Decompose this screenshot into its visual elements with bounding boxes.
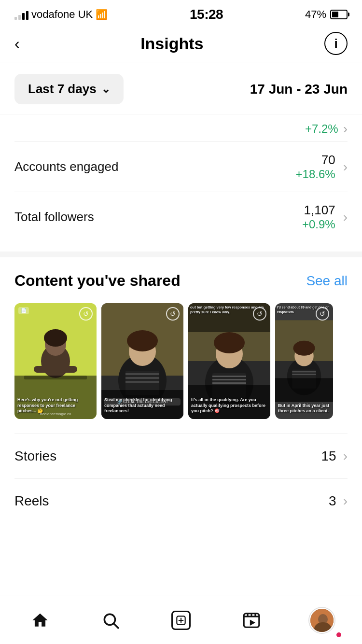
wifi-icon: 📶 [96, 9, 108, 20]
reels-row: Reels 3 › [14, 478, 348, 523]
period-label: Last 7 days [28, 82, 97, 97]
total-followers-chevron[interactable]: › [343, 210, 348, 225]
top-stat-chevron[interactable]: › [343, 121, 348, 137]
thumbnail-4[interactable]: I'd send about 89 and get one or respons… [275, 303, 333, 419]
info-icon: i [334, 36, 337, 51]
total-followers-right: 1,107 +0.9% › [302, 203, 348, 231]
svg-line-38 [114, 624, 118, 628]
stories-value: 15 [321, 448, 336, 464]
reels-value: 3 [329, 493, 336, 509]
top-change-value: +7.2% [305, 122, 338, 136]
svg-marker-47 [250, 619, 255, 626]
svg-rect-23 [212, 376, 246, 377]
accounts-engaged-values: 70 +18.6% [296, 153, 335, 181]
reels-chevron[interactable]: › [343, 493, 348, 509]
content-shared-section: Content you've shared See all [0, 257, 362, 434]
thumbnail-3[interactable]: out but getting very few responses and I… [188, 303, 270, 419]
tab-reels[interactable] [232, 603, 271, 637]
total-followers-values: 1,107 +0.9% [302, 203, 335, 231]
battery-percent: 47% [305, 8, 326, 21]
status-left: vodafone UK 📶 [14, 8, 108, 21]
tab-search[interactable] [91, 603, 130, 637]
thumb-refresh-icon-4: ↺ [316, 307, 329, 321]
svg-rect-34 [292, 371, 316, 372]
svg-point-32 [293, 341, 315, 356]
profile-avatar [309, 608, 334, 633]
svg-rect-24 [212, 379, 246, 380]
battery-fill [332, 12, 338, 17]
svg-rect-36 [275, 378, 333, 402]
search-icon [101, 611, 120, 630]
chevron-down-icon: ⌄ [101, 83, 110, 96]
back-button[interactable]: ‹ [14, 35, 20, 53]
thumbnails-row: Here's why you're not getting responses … [14, 303, 348, 424]
status-bar: vodafone UK 📶 15:28 47% [0, 0, 362, 27]
thumb-url-1: freelancemagic.co [14, 412, 97, 416]
status-right: 47% [305, 8, 348, 21]
thumb-text-3: It's all in the qualifying. Are you actu… [191, 397, 267, 414]
thumb-svg-4 [275, 303, 333, 419]
signal-bar-1 [14, 17, 17, 20]
battery-icon [330, 10, 348, 19]
total-followers-change: +0.9% [302, 218, 335, 231]
content-shared-title: Content you've shared [14, 272, 181, 290]
bottom-nav [0, 596, 362, 644]
reels-right: 3 › [329, 493, 348, 509]
stories-row: Stories 15 › [14, 434, 348, 478]
page-title: Insights [140, 34, 203, 53]
stats-section: Accounts engaged 70 +18.6% › Total follo… [0, 141, 362, 242]
date-range: 17 Jun - 23 Jun [250, 82, 348, 97]
tab-home[interactable] [21, 603, 59, 637]
accounts-engaged-right: 70 +18.6% › [296, 153, 348, 181]
thumbnail-1[interactable]: Here's why you're not getting responses … [14, 303, 97, 419]
tab-post[interactable] [162, 603, 200, 637]
svg-rect-15 [125, 381, 159, 383]
svg-rect-25 [212, 382, 246, 384]
filter-row: Last 7 days ⌄ 17 Jun - 23 Jun [0, 62, 362, 114]
thumb-refresh-icon-3: ↺ [253, 307, 266, 321]
svg-rect-14 [125, 377, 159, 379]
svg-rect-35 [292, 374, 316, 375]
add-post-icon [171, 611, 191, 630]
accounts-engaged-label: Accounts engaged [14, 159, 118, 174]
accounts-engaged-chevron[interactable]: › [343, 159, 348, 175]
thumb-refresh-icon-1: ↺ [79, 307, 93, 321]
svg-rect-13 [125, 373, 159, 375]
thumb-inner-3: out but getting very few responses and I… [188, 303, 270, 419]
stories-right: 15 › [321, 448, 348, 464]
content-header: Content you've shared See all [14, 272, 348, 290]
plus-icon [175, 614, 187, 627]
avatar-image [310, 609, 334, 633]
thumb-inner-4: I'd send about 89 and get one or respons… [275, 303, 333, 419]
thumb-refresh-icon-2: ↺ [166, 307, 180, 321]
period-selector[interactable]: Last 7 days ⌄ [14, 74, 124, 104]
sub-content-section: Stories 15 › Reels 3 › [0, 434, 362, 523]
thumb-inner-2: Steal my checklist for identifying compa… [101, 303, 183, 419]
svg-point-11 [127, 330, 158, 351]
section-divider [0, 252, 362, 257]
top-stat-row: +7.2% › [0, 114, 362, 141]
svg-point-4 [44, 329, 67, 347]
thumb-cta-2: 🔗 STEAL THE CHECKLIST! [104, 398, 181, 406]
thumb-text-4: But in April this year just three pitche… [278, 403, 330, 414]
svg-point-21 [214, 332, 245, 353]
svg-rect-5 [34, 366, 77, 373]
thumbnail-2[interactable]: Steal my checklist for identifying compa… [101, 303, 183, 419]
total-followers-label: Total followers [14, 210, 94, 224]
signal-bar-2 [18, 15, 21, 20]
thumb-label-1: 📄 [18, 307, 29, 314]
thumb-inner-1: Here's why you're not getting responses … [14, 303, 97, 419]
accounts-engaged-value: 70 [296, 153, 335, 168]
carrier-label: vodafone UK [31, 8, 93, 21]
total-followers-value: 1,107 [302, 203, 335, 218]
see-all-button[interactable]: See all [306, 273, 348, 289]
home-icon [31, 611, 49, 630]
info-button[interactable]: i [324, 32, 348, 55]
accounts-engaged-row: Accounts engaged 70 +18.6% › [14, 141, 348, 192]
signal-bar-3 [22, 13, 25, 20]
reels-icon [242, 611, 261, 630]
reels-label: Reels [14, 493, 49, 509]
stories-chevron[interactable]: › [343, 448, 348, 464]
signal-bar-4 [26, 11, 28, 20]
tab-profile[interactable] [303, 603, 341, 637]
